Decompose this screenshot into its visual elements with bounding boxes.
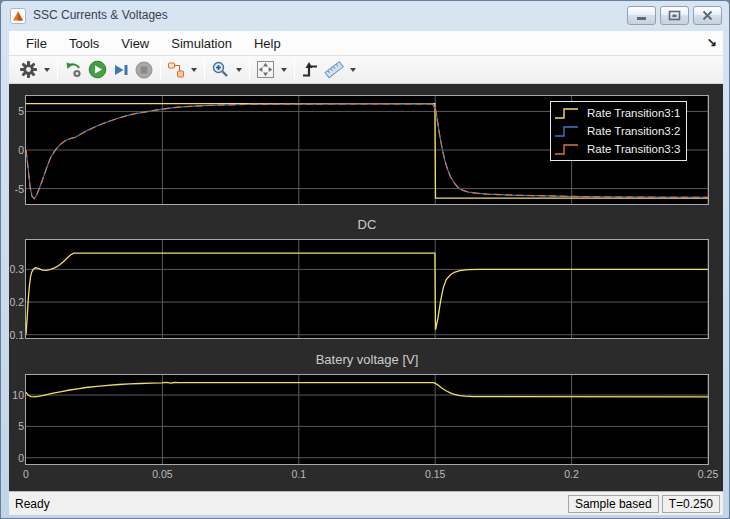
y-tick-label: 0.2 — [9, 296, 24, 308]
plot-title-2: DC — [26, 217, 708, 232]
status-bar: Ready Sample based T=0.250 — [9, 491, 723, 515]
legend-label: Rate Transition3:2 — [587, 125, 680, 137]
y-tick-label: 10 — [9, 389, 24, 401]
legend-entry: Rate Transition3:2 — [553, 122, 680, 140]
menu-item-tools[interactable]: Tools — [58, 31, 110, 56]
x-tick-label: 0.15 — [415, 468, 455, 480]
menu-item-file[interactable]: File — [15, 31, 58, 56]
status-text: Ready — [9, 497, 568, 511]
status-cells: Sample based T=0.250 — [568, 495, 723, 513]
y-tick-label: -5 — [9, 183, 24, 195]
legend-label: Rate Transition3:1 — [587, 107, 680, 119]
x-tick-label: 0.2 — [552, 468, 592, 480]
gear-icon — [19, 60, 38, 79]
signal-selector-button[interactable] — [166, 60, 186, 80]
zoom-icon — [211, 60, 230, 79]
play-icon — [88, 60, 107, 79]
close-icon — [701, 10, 714, 21]
title-bar[interactable]: SSC Currents & Voltages — [1, 1, 729, 31]
toolbar-separator — [204, 59, 205, 81]
autoscale-button[interactable] — [255, 59, 276, 80]
legend[interactable]: Rate Transition3:1Rate Transition3:2Rate… — [550, 101, 687, 161]
y-tick-label: 5 — [9, 420, 24, 432]
autoscale-dropdown[interactable] — [281, 68, 287, 72]
toolbar-separator — [160, 59, 161, 81]
trigger-icon — [301, 61, 319, 79]
menu-bar: FileToolsViewSimulationHelp↘ — [9, 31, 723, 56]
x-tick-label: 0.1 — [279, 468, 319, 480]
plot-frame-2[interactable] — [25, 239, 709, 339]
step-forward-icon — [112, 61, 130, 79]
maximize-button[interactable] — [660, 6, 689, 25]
menu-item-help[interactable]: Help — [243, 31, 292, 56]
minimize-icon — [635, 10, 648, 21]
settings-button[interactable] — [18, 59, 39, 80]
legend-line-sample — [553, 105, 579, 121]
minimize-button[interactable] — [627, 6, 656, 25]
x-tick-label: 0.05 — [142, 468, 182, 480]
maximize-icon — [668, 10, 681, 21]
plot-frame-3[interactable] — [25, 374, 709, 465]
toolbar-separator — [57, 59, 58, 81]
legend-entry: Rate Transition3:3 — [553, 140, 680, 158]
status-mode: Sample based — [568, 495, 659, 513]
measurements-dropdown[interactable] — [350, 68, 356, 72]
step-back-icon — [64, 60, 83, 79]
autoscale-icon — [256, 60, 275, 79]
series-dc — [26, 253, 708, 335]
matlab-scope-icon — [10, 8, 26, 24]
step-back-button[interactable] — [63, 59, 84, 80]
toolbar-separator — [294, 59, 295, 81]
menu-item-view[interactable]: View — [110, 31, 160, 56]
status-time: T=0.250 — [662, 495, 720, 513]
legend-label: Rate Transition3:3 — [587, 143, 680, 155]
y-tick-label: 0.3 — [9, 263, 24, 275]
toolbar — [9, 56, 723, 84]
plot-title-3: Batery voltage [V] — [26, 352, 708, 367]
x-tick-label: 0.25 — [688, 468, 728, 480]
y-tick-label: 5 — [9, 105, 24, 117]
stop-icon — [135, 61, 153, 79]
y-tick-label: 0 — [9, 452, 24, 464]
plot-canvas-2[interactable] — [26, 240, 708, 338]
legend-entry: Rate Transition3:1 — [553, 104, 680, 122]
step-forward-button[interactable] — [111, 60, 131, 80]
toolbar-separator — [249, 59, 250, 81]
ruler-icon — [324, 60, 344, 79]
run-button[interactable] — [87, 59, 108, 80]
y-tick-label: 0.1 — [9, 329, 24, 341]
signal-selector-dropdown[interactable] — [191, 68, 197, 72]
window-controls — [627, 6, 722, 25]
window-title: SSC Currents & Voltages — [33, 8, 168, 22]
scope-window: SSC Currents & Voltages FileToolsViewSim… — [0, 0, 730, 519]
x-tick-label: 0 — [6, 468, 46, 480]
close-button[interactable] — [693, 6, 722, 25]
legend-line-sample — [553, 141, 579, 157]
zoom-button[interactable] — [210, 59, 231, 80]
plot-canvas-3[interactable] — [26, 375, 708, 464]
measurements-button[interactable] — [323, 59, 345, 80]
trigger-button[interactable] — [300, 60, 320, 80]
menu-item-simulation[interactable]: Simulation — [160, 31, 243, 56]
stop-button — [134, 60, 154, 80]
zoom-dropdown[interactable] — [236, 68, 242, 72]
settings-dropdown[interactable] — [44, 68, 50, 72]
signal-selector-icon — [167, 61, 185, 79]
y-tick-label: 0 — [9, 144, 24, 156]
scope-display: 50-5Rate Transition3:1Rate Transition3:2… — [9, 84, 723, 491]
dock-arrow-button[interactable]: ↘ — [707, 35, 717, 49]
legend-line-sample — [553, 123, 579, 139]
